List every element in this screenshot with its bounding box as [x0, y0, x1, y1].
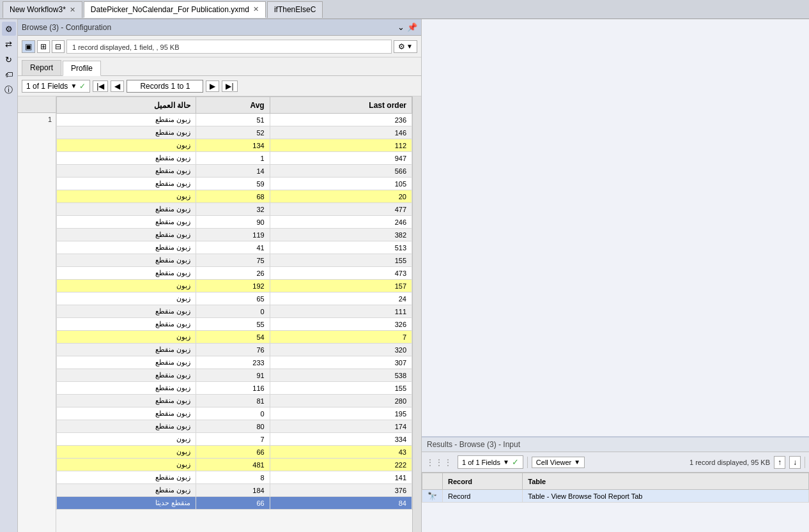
view-triple-btn[interactable]: ⊟ — [52, 40, 65, 53]
table-container[interactable]: حالة العميل Avg Last order زبون منقطع512… — [56, 96, 412, 532]
fields-check-icon: ✓ — [79, 82, 86, 91]
tab-profile[interactable]: Profile — [63, 61, 101, 76]
cell-avg: 76 — [196, 344, 270, 356]
table-row[interactable]: زبون547 — [57, 331, 412, 344]
cell-avg: 80 — [196, 420, 270, 433]
fields-select[interactable]: 1 of 1 Fields ▼ ✓ — [22, 80, 90, 93]
cell-status: زبون — [57, 139, 196, 152]
cell-status: زبون — [57, 190, 196, 203]
nav-last-btn[interactable]: ▶| — [222, 80, 237, 92]
table-row[interactable]: زبون6820 — [57, 190, 412, 203]
table-row[interactable]: زبون منقطع233307 — [57, 356, 412, 369]
table-row[interactable]: زبون منقطع41513 — [57, 241, 412, 254]
results-col-icon — [422, 473, 443, 490]
table-row[interactable]: زبون منقطع0111 — [57, 305, 412, 318]
tab-datepicker[interactable]: DatePicker_NoCalendar_For Publication.yx… — [84, 1, 266, 18]
close-tab-datepicker[interactable]: ✕ — [253, 5, 259, 13]
settings-dropdown-btn[interactable]: ⚙ ▼ — [394, 40, 417, 53]
tab-report[interactable]: Report — [22, 60, 61, 75]
close-tab-workflow3[interactable]: ✕ — [70, 6, 75, 14]
cell-avg: 0 — [196, 305, 270, 318]
table-row[interactable]: زبون منقطع52146 — [57, 126, 412, 139]
cell-lastorder: 477 — [270, 203, 412, 216]
table-row[interactable]: زبون منقطع91538 — [57, 369, 412, 382]
table-row[interactable]: زبون منقطع80174 — [57, 420, 412, 433]
cell-lastorder: 382 — [270, 229, 412, 241]
table-row[interactable]: زبون منقطع119382 — [57, 229, 412, 241]
cell-status: زبون منقطع — [57, 216, 196, 229]
table-row[interactable]: زبون منقطع59105 — [57, 178, 412, 190]
results-icon-cell: 🔭 — [422, 490, 443, 503]
cell-viewer-label: Cell Viewer — [536, 459, 571, 466]
results-record-cell: Record — [443, 490, 523, 503]
cell-status: زبون منقطع — [57, 165, 196, 178]
cell-status: زبون منقطع — [57, 318, 196, 331]
cell-lastorder: 43 — [270, 446, 412, 459]
right-panel: 📗 Sample.xlsx Query='Sheet1$' 🔬 📊 Basic … — [422, 19, 809, 532]
table-row[interactable]: زبون7334 — [57, 433, 412, 446]
tab-ifthenelse[interactable]: ifThenElseC — [267, 1, 323, 18]
table-row[interactable]: زبون6643 — [57, 446, 412, 459]
sidebar-icon-tag[interactable]: 🏷 — [2, 68, 16, 82]
table-row[interactable]: زبون منقطع51236 — [57, 114, 412, 126]
results-title: Results - Browse (3) - Input — [422, 437, 809, 452]
table-row[interactable]: زبون منقطع32477 — [57, 203, 412, 216]
table-row[interactable]: زبون منقطع116155 — [57, 382, 412, 395]
view-single-btn[interactable]: ▣ — [22, 40, 35, 53]
results-table-area[interactable]: Record Table 🔭 Record — [422, 473, 809, 532]
left-title-bar: Browse (3) - Configuration ⌄ 📌 — [18, 19, 421, 36]
table-row[interactable]: زبون6524 — [57, 293, 412, 305]
main-layout: ⚙ ⇄ ↻ 🏷 ⓘ Browse (3) - Configuration ⌄ 📌… — [0, 19, 809, 532]
table-row[interactable]: زبون منقطع0195 — [57, 407, 412, 420]
table-row[interactable]: زبون منقطع184376 — [57, 484, 412, 497]
sort-down-btn[interactable]: ↓ — [789, 456, 801, 469]
table-row[interactable]: زبون منقطع81280 — [57, 395, 412, 407]
sidebar-icon-refresh[interactable]: ↻ — [2, 52, 16, 66]
table-row[interactable]: زبون منقطع75155 — [57, 254, 412, 267]
table-row[interactable]: زبون منقطع90246 — [57, 216, 412, 229]
cell-lastorder: 111 — [270, 305, 412, 318]
cell-status: زبون منقطع — [57, 114, 196, 126]
sidebar-icon-info[interactable]: ⓘ — [2, 83, 16, 97]
cell-avg: 54 — [196, 331, 270, 344]
tab-workflow3[interactable]: New Workflow3* ✕ — [3, 1, 82, 18]
cell-lastorder: 320 — [270, 344, 412, 356]
cell-lastorder: 334 — [270, 433, 412, 446]
table-row[interactable]: زبون192157 — [57, 280, 412, 293]
cell-status: زبون — [57, 446, 196, 459]
cell-avg: 90 — [196, 216, 270, 229]
table-row[interactable]: زبون منقطع26473 — [57, 267, 412, 280]
results-table-row[interactable]: 🔭 Record Table - View Browse Tool Report… — [422, 490, 809, 503]
view-double-btn[interactable]: ⊞ — [37, 40, 50, 53]
cell-avg: 192 — [196, 280, 270, 293]
table-row[interactable]: منقطع حديثا6684 — [57, 497, 412, 510]
table-row[interactable]: زبون481222 — [57, 459, 412, 471]
table-row[interactable]: زبون منقطع55326 — [57, 318, 412, 331]
table-row[interactable]: زبون منقطع1947 — [57, 152, 412, 165]
results-fields-btn[interactable]: 1 of 1 Fields ▼ ✓ — [458, 455, 523, 469]
cell-lastorder: 24 — [270, 293, 412, 305]
table-row[interactable]: زبون منقطع8141 — [57, 471, 412, 484]
cell-avg: 51 — [196, 114, 270, 126]
collapse-icon[interactable]: ⌄ — [397, 22, 404, 32]
table-row[interactable]: زبون منقطع14566 — [57, 165, 412, 178]
cell-status: منقطع حديثا — [57, 497, 196, 510]
cell-lastorder: 280 — [270, 395, 412, 407]
sort-up-btn[interactable]: ↑ — [774, 456, 785, 469]
scroll-track[interactable] — [412, 96, 421, 532]
nav-next-btn[interactable]: ▶ — [206, 80, 219, 92]
nav-prev-btn[interactable]: ◀ — [111, 80, 124, 92]
cell-status: زبون منقطع — [57, 229, 196, 241]
sidebar-icon-arrow[interactable]: ⇄ — [2, 37, 16, 51]
cell-avg: 91 — [196, 369, 270, 382]
sidebar-icon-settings[interactable]: ⚙ — [2, 22, 16, 36]
table-row[interactable]: زبون134112 — [57, 139, 412, 152]
pin-icon[interactable]: 📌 — [407, 22, 417, 32]
table-row[interactable]: زبون منقطع76320 — [57, 344, 412, 356]
results-toolbar: ⋮⋮⋮ 1 of 1 Fields ▼ ✓ Cell Viewer ▼ 1 re… — [422, 452, 809, 473]
left-panel-title: Browse (3) - Configuration — [22, 23, 397, 32]
cell-avg: 7 — [196, 433, 270, 446]
nav-first-btn[interactable]: |◀ — [93, 80, 108, 92]
cell-viewer-btn[interactable]: Cell Viewer ▼ — [532, 457, 585, 468]
cell-avg: 184 — [196, 484, 270, 497]
